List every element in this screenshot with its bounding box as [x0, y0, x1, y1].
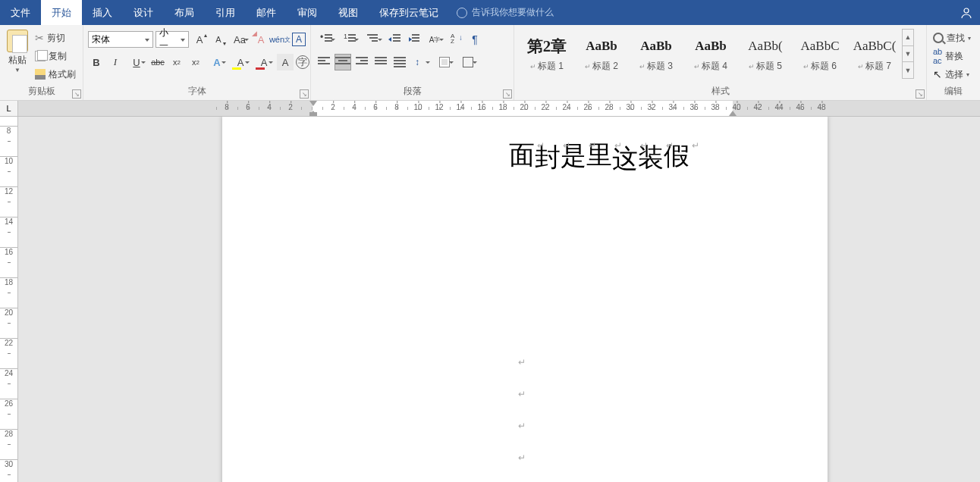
tab-references[interactable]: 引用	[205, 0, 246, 25]
clipboard-launcher[interactable]: ↘	[72, 89, 81, 99]
tab-review[interactable]: 审阅	[287, 0, 328, 25]
bullets-button[interactable]	[316, 31, 337, 48]
phonetic-guide-button[interactable]: wén文	[272, 31, 288, 48]
styles-group-label: 样式	[517, 85, 923, 100]
hruler-minor	[471, 107, 472, 110]
asian-layout-button[interactable]: A字	[424, 31, 445, 48]
style-item-heading2[interactable]: AaBb标题 2	[574, 29, 629, 79]
clear-formatting-button[interactable]: A◢	[253, 31, 269, 48]
document-canvas[interactable]: 假↵装↵这↵里↵是↵封↵面↵ ↵ ↵ ↵ ↵	[18, 117, 980, 482]
vruler-minor	[0, 171, 17, 172]
paragraph-group-label: 段落	[314, 85, 510, 100]
underline-button[interactable]: U	[126, 54, 147, 70]
style-item-heading4[interactable]: AaBb标题 4	[683, 29, 738, 79]
hruler-minor	[418, 107, 419, 110]
text-effects-button[interactable]: A	[206, 54, 228, 70]
find-button[interactable]: 查找▾	[933, 30, 971, 46]
subscript-button[interactable]: x2	[168, 54, 185, 70]
fontcolor-swatch	[256, 67, 265, 70]
hruler-minor	[514, 107, 514, 110]
increase-indent-button[interactable]	[405, 31, 422, 48]
style-item-heading1[interactable]: 第2章标题 1	[520, 29, 574, 79]
hruler-minor	[545, 107, 546, 110]
style-item-heading7[interactable]: AaBbC(标题 7	[847, 29, 902, 79]
ruler-corner[interactable]: L	[0, 101, 18, 117]
hruler-minor	[227, 107, 228, 110]
styles-launcher[interactable]: ↘	[916, 89, 925, 99]
tab-design[interactable]: 设计	[123, 0, 164, 25]
style-item-heading5[interactable]: AaBb(标题 5	[738, 29, 793, 79]
gallery-more-icon[interactable]: ▼	[903, 62, 913, 78]
replace-button[interactable]: abac替换	[933, 48, 971, 64]
paste-button[interactable]: 粘贴 ▼	[3, 27, 32, 74]
align-center-button[interactable]	[335, 54, 351, 70]
tab-home[interactable]: 开始	[41, 0, 82, 25]
copy-button[interactable]: 复制	[35, 48, 76, 64]
vruler-minor	[0, 353, 17, 354]
bold-button[interactable]: B	[88, 54, 105, 70]
vertical-ruler[interactable]: 81012141618202224262830	[0, 117, 17, 482]
tab-file[interactable]: 文件	[0, 0, 41, 25]
hruler-minor	[694, 107, 695, 110]
tab-mailings[interactable]: 邮件	[246, 0, 287, 25]
user-account-button[interactable]	[953, 0, 980, 25]
line-spacing-button[interactable]	[410, 54, 432, 70]
vertical-ruler-wrap: L 81012141618202224262830	[0, 101, 18, 482]
gallery-scroll[interactable]: ▲▼▼	[902, 29, 914, 79]
hruler-minor	[450, 107, 451, 110]
page: 假↵装↵这↵里↵是↵封↵面↵ ↵ ↵ ↵ ↵	[222, 117, 828, 482]
borders-button[interactable]	[457, 54, 479, 70]
multilevel-list-button[interactable]	[363, 31, 384, 48]
style-preview: AaBb	[576, 36, 627, 57]
change-case-button[interactable]: Aa	[229, 31, 250, 48]
show-marks-button[interactable]: ¶	[466, 31, 483, 48]
style-item-heading6[interactable]: AaBbC标题 6	[793, 29, 847, 79]
select-button[interactable]: ↖选择▾	[933, 66, 971, 83]
italic-button[interactable]: I	[107, 54, 124, 70]
character-border-button[interactable]: A	[291, 31, 307, 48]
grow-font-button[interactable]: A▴	[191, 31, 208, 48]
gallery-down-icon[interactable]: ▼	[903, 46, 913, 63]
document-text[interactable]: 假↵装↵这↵里↵是↵封↵面↵	[509, 124, 689, 128]
cut-button[interactable]: ✂剪切	[35, 30, 76, 46]
sort-button[interactable]: ↓	[448, 31, 464, 48]
numbering-button[interactable]	[339, 31, 360, 48]
paragraph-launcher[interactable]: ↘	[503, 89, 512, 99]
hruler-minor	[354, 107, 355, 110]
shading-button[interactable]	[434, 54, 455, 70]
format-painter-button[interactable]: 格式刷	[35, 66, 76, 83]
tab-insert[interactable]: 插入	[82, 0, 123, 25]
hruler-minor	[577, 107, 578, 110]
font-size-select[interactable]: 小一	[155, 31, 189, 48]
font-name-select[interactable]: 宋体	[88, 31, 153, 48]
horizontal-ruler[interactable]: 8642246810121416182022242628303234363840…	[18, 101, 980, 117]
tell-me-search[interactable]: 告诉我你想要做什么	[457, 0, 554, 25]
hruler-minor	[673, 107, 674, 110]
gallery-up-icon[interactable]: ▲	[903, 30, 913, 46]
paragraph-mark: ↵	[518, 357, 526, 368]
character-shading-button[interactable]: A	[277, 54, 294, 70]
hruler-minor	[641, 107, 642, 110]
font-launcher[interactable]: ↘	[300, 89, 309, 99]
distributed-button[interactable]	[391, 54, 408, 70]
vruler-tick: 26	[0, 399, 17, 408]
enclose-char-button[interactable]: 字	[296, 55, 309, 69]
style-item-heading3[interactable]: AaBb标题 3	[629, 29, 683, 79]
tab-save-cloud[interactable]: 保存到云笔记	[369, 0, 449, 25]
align-right-button[interactable]	[353, 54, 370, 70]
justify-button[interactable]	[372, 54, 389, 70]
superscript-button[interactable]: x2	[187, 54, 204, 70]
tab-view[interactable]: 视图	[328, 0, 369, 25]
hruler-minor	[652, 107, 652, 110]
user-icon	[960, 7, 972, 19]
strikethrough-button[interactable]: abc	[149, 54, 166, 70]
shrink-font-button[interactable]: A▾	[210, 31, 227, 48]
align-left-button[interactable]	[316, 54, 332, 70]
first-line-indent-marker[interactable]	[309, 101, 317, 107]
left-indent-marker[interactable]	[309, 112, 317, 116]
vruler-minor	[0, 293, 17, 293]
decrease-indent-button[interactable]	[386, 31, 403, 48]
tab-layout[interactable]: 布局	[164, 0, 205, 25]
font-color-button[interactable]: A	[253, 54, 275, 70]
highlight-button[interactable]: A	[230, 54, 251, 70]
